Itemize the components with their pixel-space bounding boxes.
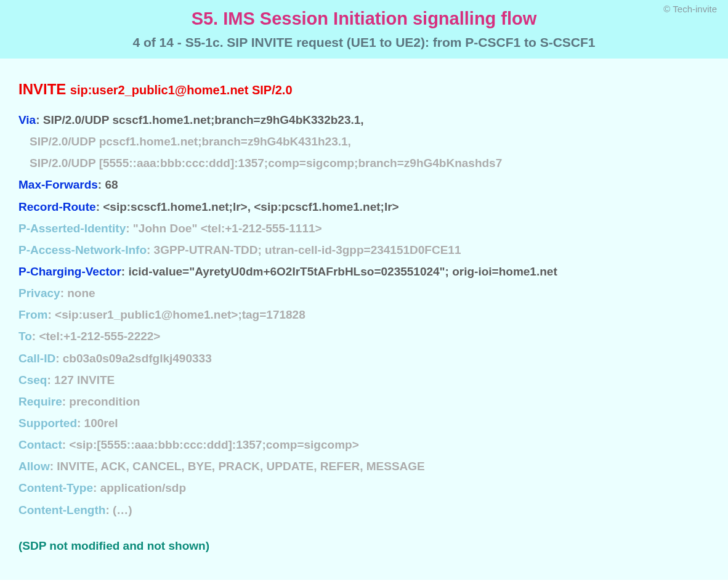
sip-header-value: <sip:scscf1.home1.net;lr>, <sip:pcscf1.h…: [103, 200, 398, 213]
sip-method: INVITE: [18, 81, 66, 97]
sdp-note: (SDP not modified and not shown): [18, 539, 710, 553]
page-title: S5. IMS Session Initiation signalling fl…: [12, 9, 716, 29]
sip-header-line: To: <tel:+1-212-555-2222>: [18, 325, 710, 347]
colon-separator: :: [98, 178, 105, 191]
sip-header-line: Record-Route: <sip:scscf1.home1.net;lr>,…: [18, 196, 710, 218]
page-container: © Tech-invite S5. IMS Session Initiation…: [0, 0, 728, 583]
sip-header-name: Cseq: [18, 373, 47, 386]
sip-header-value: 127 INVITE: [54, 373, 115, 386]
sip-header-line: Call-ID: cb03a0s09a2sdfglkj490333: [18, 348, 710, 369]
sip-header-line: Content-Length: (…): [18, 499, 710, 521]
sip-header-value: 100rel: [84, 417, 118, 430]
sip-header-name: Require: [18, 395, 62, 408]
colon-separator: :: [126, 222, 133, 235]
colon-separator: :: [121, 265, 129, 278]
colon-separator: :: [32, 330, 39, 343]
sip-header-continuation: SIP/2.0/UDP [5555::aaa:bbb:ccc:ddd]:1357…: [18, 152, 710, 174]
colon-separator: :: [62, 438, 70, 451]
sip-header-name: P-Access-Network-Info: [18, 243, 147, 256]
colon-separator: :: [50, 460, 57, 473]
page-subtitle: 4 of 14 - S5-1c. SIP INVITE request (UE1…: [12, 35, 716, 50]
header-bar: © Tech-invite S5. IMS Session Initiation…: [0, 0, 728, 59]
copyright-label: © Tech-invite: [663, 4, 717, 14]
sip-header-value: SIP/2.0/UDP scscf1.home1.net;branch=z9hG…: [43, 113, 364, 126]
sip-header-value: INVITE, ACK, CANCEL, BYE, PRACK, UPDATE,…: [57, 460, 425, 473]
sip-header-name: To: [18, 330, 32, 343]
sip-header-name: Content-Type: [18, 481, 93, 494]
sip-header-value: (…): [113, 504, 132, 516]
colon-separator: :: [47, 373, 54, 386]
colon-separator: :: [48, 308, 55, 321]
sip-header-value: <sip:[5555::aaa:bbb:ccc:ddd]:1357;comp=s…: [69, 438, 358, 451]
request-line: INVITE sip:user2_public1@home1.net SIP/2…: [18, 81, 710, 98]
sip-header-line: Allow: INVITE, ACK, CANCEL, BYE, PRACK, …: [18, 455, 710, 477]
sip-header-value: <tel:+1-212-555-2222>: [39, 330, 160, 343]
sip-header-name: P-Charging-Vector: [18, 265, 121, 278]
sip-header-value: application/sdp: [100, 481, 186, 494]
sip-header-value: "John Doe" <tel:+1-212-555-1111>: [133, 222, 322, 235]
sip-header-line: Cseq: 127 INVITE: [18, 369, 710, 391]
sip-request-uri: sip:user2_public1@home1.net SIP/2.0: [70, 83, 293, 97]
sip-header-continuation: SIP/2.0/UDP pcscf1.home1.net;branch=z9hG…: [18, 131, 710, 152]
sip-header-value: cb03a0s09a2sdfglkj490333: [63, 352, 212, 365]
sip-header-line: Max-Forwards: 68: [18, 174, 710, 195]
sip-header-line: P-Asserted-Identity: "John Doe" <tel:+1-…: [18, 218, 710, 239]
sip-header-value: none: [67, 287, 95, 300]
sip-header-line: Content-Type: application/sdp: [18, 477, 710, 499]
sip-header-value: precondition: [69, 395, 140, 408]
sip-header-value: 68: [105, 178, 118, 191]
sip-header-line: Contact: <sip:[5555::aaa:bbb:ccc:ddd]:13…: [18, 434, 710, 455]
sip-header-name: Allow: [18, 460, 50, 473]
colon-separator: :: [60, 287, 68, 300]
sip-header-name: Call-ID: [18, 352, 55, 365]
sip-header-value: <sip:user1_public1@home1.net>;tag=171828: [55, 308, 305, 321]
sip-header-line: P-Access-Network-Info: 3GPP-UTRAN-TDD; u…: [18, 239, 710, 261]
colon-separator: :: [62, 395, 70, 408]
sip-header-line: Supported: 100rel: [18, 412, 710, 434]
colon-separator: :: [36, 113, 43, 126]
sip-header-line: P-Charging-Vector: icid-value="AyretyU0d…: [18, 261, 710, 282]
colon-separator: :: [55, 352, 63, 365]
sip-header-name: Supported: [18, 417, 77, 430]
sip-header-line: Privacy: none: [18, 282, 710, 304]
sip-header-name: Content-Length: [18, 504, 105, 516]
sip-header-name: Via: [18, 113, 36, 126]
message-body: INVITE sip:user2_public1@home1.net SIP/2…: [0, 59, 728, 580]
sip-header-name: Contact: [18, 438, 62, 451]
sip-header-value: 3GPP-UTRAN-TDD; utran-cell-id-3gpp=23415…: [154, 243, 461, 256]
sip-header-name: From: [18, 308, 48, 321]
sip-header-line: Require: precondition: [18, 391, 710, 412]
sip-header-name: Record-Route: [18, 200, 96, 213]
colon-separator: :: [96, 200, 103, 213]
sip-header-value: SIP/2.0/UDP [5555::aaa:bbb:ccc:ddd]:1357…: [30, 157, 502, 169]
colon-separator: :: [93, 481, 100, 494]
sip-header-line: From: <sip:user1_public1@home1.net>;tag=…: [18, 304, 710, 325]
sip-header-name: Max-Forwards: [18, 178, 98, 191]
sip-headers: Via: SIP/2.0/UDP scscf1.home1.net;branch…: [18, 109, 710, 521]
colon-separator: :: [77, 417, 84, 430]
colon-separator: :: [147, 243, 154, 256]
sip-header-line: Via: SIP/2.0/UDP scscf1.home1.net;branch…: [18, 109, 710, 131]
colon-separator: :: [105, 504, 113, 516]
sip-header-name: Privacy: [18, 287, 60, 300]
sip-header-name: P-Asserted-Identity: [18, 222, 126, 235]
sip-header-value: icid-value="AyretyU0dm+6O2IrT5tAFrbHLso=…: [128, 265, 557, 278]
sip-header-value: SIP/2.0/UDP pcscf1.home1.net;branch=z9hG…: [30, 135, 351, 148]
